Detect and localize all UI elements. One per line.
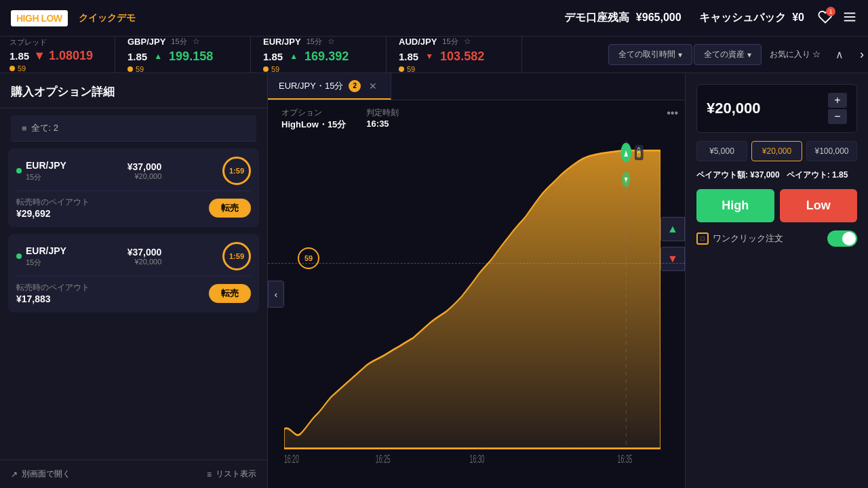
preset-button-5000[interactable]: ¥5,000 <box>696 141 747 161</box>
ticker-time-eurjpy: 15分 <box>307 37 322 47</box>
asset-filter-button[interactable]: 全ての資産 ▾ <box>694 44 762 65</box>
payout-label: ペイアウト額: <box>696 170 748 180</box>
option-payout-value-2: ¥17,883 <box>16 293 90 304</box>
payout-info: ペイアウト額: ¥37,000 ペイアウト: 1.85 <box>696 169 857 181</box>
one-click-text: ワンクリック注文 <box>713 232 783 245</box>
option-payout-label-2: 転売時のペイアウト <box>16 282 90 293</box>
chart-body: ‹ オプション HighLow・15分 判定時刻 16:35 ••• <box>268 100 685 488</box>
chart-tab-close-button[interactable]: ✕ <box>366 79 380 93</box>
option-dot-1 <box>16 168 22 174</box>
chart-options-button[interactable]: ••• <box>667 107 678 119</box>
payout-value: ¥37,000 <box>750 170 779 180</box>
option-amounts-2: ¥37,000 ¥20,000 <box>127 247 162 266</box>
chart-info-cols: オプション HighLow・15分 判定時刻 16:35 <box>281 107 399 131</box>
chart-info-bar: オプション HighLow・15分 判定時刻 16:35 <box>281 107 399 131</box>
favorites-button[interactable]: お気に入り ☆ <box>763 45 827 64</box>
menu-button[interactable] <box>842 9 857 26</box>
collapse-ticker-button[interactable]: ∧ <box>829 44 850 65</box>
chart-option-col: オプション HighLow・15分 <box>281 107 346 131</box>
notification-badge: 1 <box>826 7 835 16</box>
svg-text:🔒: 🔒 <box>635 146 642 158</box>
timer-dot-audjpy <box>399 66 404 72</box>
option-timer-2: 1:59 <box>222 242 251 270</box>
resell-button-1[interactable]: 転売 <box>209 199 251 218</box>
time-filter-label: 全ての取引時間 <box>618 49 675 60</box>
chart-scroll-left-button[interactable]: ‹ <box>268 281 284 308</box>
option-card-1-left: EUR/JPY 15分 <box>16 160 66 182</box>
high-button[interactable]: High <box>696 189 774 222</box>
option-payout-label-1: 転売時のペイアウト <box>16 197 90 208</box>
one-click-toggle[interactable] <box>827 230 857 247</box>
notifications-button[interactable]: 1 <box>818 9 833 26</box>
ticker-star-audjpy[interactable]: ☆ <box>464 37 471 46</box>
ticker-card-gbpjpy[interactable]: GBP/JPY 15分 ☆ 1.85 ▲ 199.158 59 <box>115 37 251 73</box>
chart-timer-circle: 59 <box>298 247 319 269</box>
preset-button-20000[interactable]: ¥20,000 <box>751 141 802 161</box>
option-card-1: EUR/JPY 15分 ¥37,000 ¥20,000 1:59 転売時のペイア… <box>8 148 259 227</box>
ticker-card-eurjpy[interactable]: EUR/JPY 15分 ☆ 1.85 ▲ 169.392 59 <box>251 37 387 73</box>
header: HIGH LOW クイックデモ デモ口座残高 ¥965,000 キャッシュバック… <box>0 0 868 37</box>
logo: HIGH LOW <box>11 10 68 26</box>
ticker-price-left-audjpy: 1.85 <box>399 51 418 62</box>
option-duration-2: 15分 <box>26 258 66 268</box>
time-filter-button[interactable]: 全ての取引時間 ▾ <box>608 44 692 65</box>
chart-area: EUR/JPY・15分 2 ✕ ‹ オプション HighLow・15分 判定時 <box>268 73 685 488</box>
chart-tab-badge: 2 <box>349 80 361 92</box>
partial-price: ▼ 1.08019 <box>33 49 93 63</box>
chart-svg-wrapper: ▲ ▼ 🔒 16:20 16:25 16:30 16:35 <box>284 141 660 468</box>
balance-value: ¥965,000 <box>636 12 682 23</box>
ticker-card-audjpy[interactable]: AUD/JPY 15分 ☆ 1.85 ▼ 103.582 59 <box>387 37 522 73</box>
cashback-value: ¥0 <box>792 12 804 23</box>
chevron-right-icon: › <box>860 47 864 62</box>
ticker-star-eurjpy[interactable]: ☆ <box>328 37 335 46</box>
one-click-row: □ ワンクリック注文 <box>696 230 857 247</box>
option-card-2: EUR/JPY 15分 ¥37,000 ¥20,000 1:59 転売時のペイア… <box>8 234 259 312</box>
list-icon: ≡ <box>207 470 212 479</box>
chart-scroll-up-button[interactable]: ▲ <box>660 217 685 241</box>
one-click-icon: □ <box>696 232 709 245</box>
ticker-next-arrow[interactable]: › <box>856 37 868 73</box>
preset-button-100000[interactable]: ¥100,000 <box>806 141 857 161</box>
time-filter-chevron-icon: ▾ <box>678 50 682 60</box>
arrow-up-icon: ▲ <box>667 223 678 235</box>
payout-ratio-label: ペイアウト: <box>787 170 830 180</box>
open-new-window-button[interactable]: ↗ 別画面で開く <box>11 468 71 480</box>
logo-low: LOW <box>41 13 62 24</box>
chart-scroll-down-button[interactable]: ▼ <box>660 247 685 271</box>
main-layout: 購入オプション詳細 ≡ 全て: 2 EUR/JPY 15分 ¥37,000 ¥2… <box>0 73 868 488</box>
cashback-display: キャッシュバック ¥0 <box>695 11 804 25</box>
svg-text:16:35: 16:35 <box>618 453 633 465</box>
ticker-price-left-eurjpy: 1.85 <box>263 51 283 62</box>
amount-controls: + − <box>828 93 847 124</box>
list-view-button[interactable]: ≡ リスト表示 <box>207 468 256 480</box>
option-amount-main-1: ¥37,000 <box>127 161 162 172</box>
option-amount-sub-1: ¥20,000 <box>135 172 162 180</box>
ticker-partial-card[interactable]: スプレッド 1.85 ▼ 1.08019 59 <box>0 37 115 73</box>
option-dot-2 <box>16 253 22 259</box>
balance-label: デモ口座残高 <box>564 12 629 23</box>
ticker-price-right-eurjpy: 169.392 <box>304 49 349 64</box>
logo-high: HIGH <box>16 13 39 24</box>
option-amounts-1: ¥37,000 ¥20,000 <box>127 161 162 180</box>
resell-button-2[interactable]: 転売 <box>209 284 251 303</box>
low-button[interactable]: Low <box>780 189 858 222</box>
option-card-2-bottom: 転売時のペイアウト ¥17,883 転売 <box>16 276 251 304</box>
asset-filter-chevron-icon: ▾ <box>747 50 751 60</box>
filter-icon: ≡ <box>22 123 27 134</box>
chevron-left-icon: ‹ <box>275 289 277 300</box>
ticker-price-right-gbpjpy: 199.158 <box>169 49 213 64</box>
trade-buttons: High Low <box>696 189 857 222</box>
timer-dot-eurjpy <box>263 66 269 72</box>
ticker-star-gbpjpy[interactable]: ☆ <box>193 37 200 46</box>
ticker-arrow-audjpy: ▼ <box>425 52 433 61</box>
payout-ratio-value: 1.85 <box>832 170 848 180</box>
amount-decrease-button[interactable]: − <box>828 109 847 124</box>
price-chart: ▲ ▼ 🔒 16:20 16:25 16:30 16:35 <box>284 141 660 468</box>
chart-timer-display: 59 <box>298 247 319 269</box>
amount-increase-button[interactable]: + <box>828 93 847 108</box>
chart-option-label: オプション <box>281 107 346 119</box>
ticker-time-audjpy: 15分 <box>442 37 458 47</box>
chart-judgment-label: 判定時刻 <box>366 107 399 119</box>
chart-tab-eurjpy[interactable]: EUR/JPY・15分 2 ✕ <box>268 73 391 100</box>
option-card-1-top: EUR/JPY 15分 ¥37,000 ¥20,000 1:59 <box>16 157 251 185</box>
